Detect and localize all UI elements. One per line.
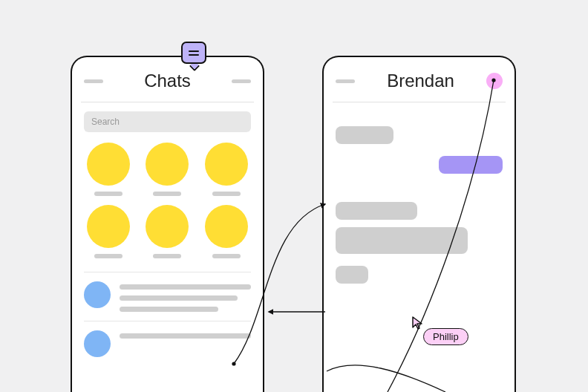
- avatar-label: [153, 192, 181, 196]
- text-line: [120, 295, 238, 301]
- avatar-icon: [87, 143, 130, 186]
- favorite-item[interactable]: [202, 143, 251, 196]
- message-bubble: [336, 126, 393, 144]
- avatar-label: [153, 254, 181, 258]
- cursor-icon: [411, 316, 425, 330]
- chat-list-item[interactable]: [84, 272, 251, 321]
- text-line: [120, 307, 218, 312]
- favorites-grid: [84, 143, 251, 258]
- avatar-label: [94, 192, 122, 196]
- chat-bubble-icon: [181, 42, 206, 64]
- chats-screen: Chats Search: [71, 56, 264, 392]
- chat-list-item[interactable]: [84, 321, 251, 366]
- text-line: [120, 284, 251, 290]
- chat-avatar-icon: [84, 330, 111, 357]
- favorite-item[interactable]: [143, 143, 192, 196]
- status-dot-icon: [486, 73, 503, 89]
- chats-title: Chats: [144, 71, 191, 91]
- collaborator-name: Phillip: [433, 331, 459, 342]
- chat-preview: [120, 330, 251, 339]
- header-dash-right: [232, 79, 251, 83]
- avatar-label: [212, 254, 241, 258]
- avatar-icon: [87, 205, 130, 248]
- message-incoming: [336, 126, 503, 144]
- avatar-label: [212, 192, 241, 196]
- message-list: [336, 111, 503, 284]
- chat-list: [84, 272, 251, 366]
- message-incoming: [336, 202, 503, 220]
- message-bubble: [336, 266, 368, 284]
- chat-avatar-icon: [84, 281, 111, 308]
- message-incoming: [336, 266, 503, 284]
- avatar-icon: [205, 205, 248, 248]
- avatar-icon: [205, 143, 248, 186]
- avatar-icon: [146, 205, 189, 248]
- search-placeholder: Search: [91, 117, 120, 127]
- message-outgoing: [336, 156, 503, 174]
- favorite-item[interactable]: [143, 205, 192, 258]
- avatar-label: [94, 254, 122, 258]
- chats-header: Chats: [84, 71, 251, 97]
- header-dash-left: [336, 79, 355, 83]
- message-incoming: [336, 227, 503, 254]
- message-bubble: [439, 156, 503, 174]
- conversation-title: Brendan: [387, 71, 454, 91]
- text-line: [120, 333, 251, 339]
- avatar-icon: [146, 143, 189, 186]
- favorite-item[interactable]: [84, 205, 133, 258]
- divider: [333, 102, 506, 102]
- search-input[interactable]: Search: [84, 111, 251, 132]
- favorite-item[interactable]: [84, 143, 133, 196]
- favorite-item[interactable]: [202, 205, 251, 258]
- header-dash-left: [84, 79, 103, 83]
- divider: [81, 102, 254, 102]
- collaborator-tag: Phillip: [423, 328, 468, 345]
- message-bubble: [336, 227, 468, 254]
- conversation-screen: Brendan: [322, 56, 516, 392]
- message-bubble: [336, 202, 417, 220]
- chat-preview: [120, 281, 251, 312]
- conversation-header: Brendan: [336, 71, 503, 97]
